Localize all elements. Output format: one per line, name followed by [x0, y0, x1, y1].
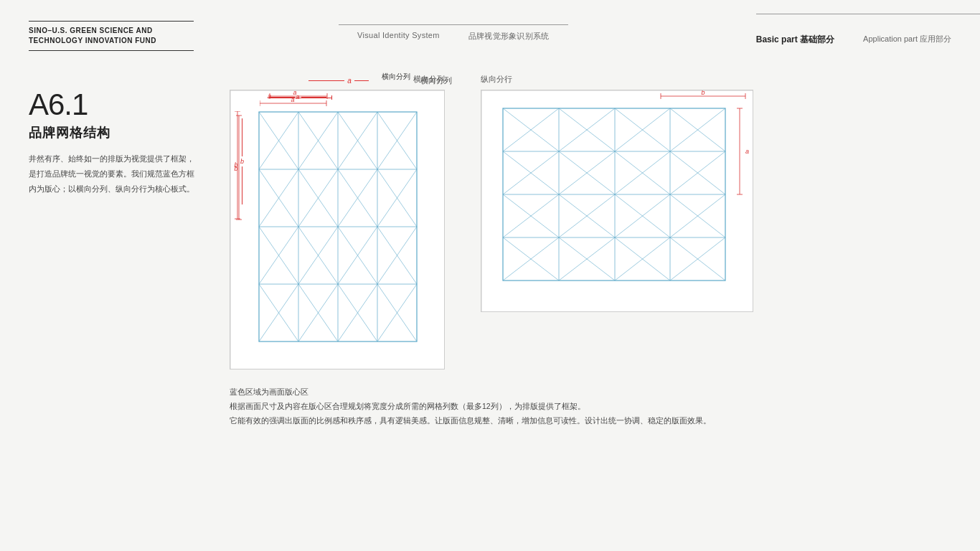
logo-line-top: [29, 21, 194, 22]
vis-label-en: Visual Identity System: [357, 31, 440, 42]
vis-label-cn: 品牌视觉形象识别系统: [468, 31, 550, 42]
svg-text:b: b: [234, 161, 237, 169]
diagram1-svg: a b: [230, 90, 445, 369]
a-label-top: a 横向分列: [267, 77, 410, 82]
page-description: 井然有序、始终如一的排版为视觉提供了框架，是打造品牌统一视觉的要素。我们规范蓝色…: [29, 151, 201, 197]
logo-text: SINO–U.S. GREEN SCIENCE AND TECHNOLOGY I…: [29, 26, 194, 46]
logo-section: SINO–U.S. GREEN SCIENCE AND TECHNOLOGY I…: [29, 21, 194, 51]
main-content: A6.1 品牌网格结构 井然有序、始终如一的排版为视觉提供了框架，是打造品牌统一…: [0, 75, 980, 551]
diagram1-wrapper: a 横向分列 横向分列 a b: [230, 90, 445, 372]
svg-text:a: a: [745, 148, 749, 155]
svg-text:a: a: [291, 98, 294, 103]
header-center-line: [339, 24, 568, 25]
logo-line-bottom: [29, 50, 194, 51]
footnote-1: 蓝色区域为画面版心区: [230, 385, 951, 400]
vert-label: 纵向分行: [481, 74, 512, 85]
header-center: Visual Identity System 品牌视觉形象识别系统: [194, 24, 713, 47]
svg-text:b: b: [701, 90, 705, 96]
footnotes: 蓝色区域为画面版心区 根据画面尺寸及内容在版心区合理规划将宽度分成所需的网格列数…: [29, 385, 951, 428]
content-row: A6.1 品牌网格结构 井然有序、始终如一的排版为视觉提供了框架，是打造品牌统一…: [29, 90, 951, 372]
nav-line: [756, 14, 980, 14]
header: SINO–U.S. GREEN SCIENCE AND TECHNOLOGY I…: [0, 0, 980, 72]
svg-rect-0: [230, 90, 445, 369]
header-center-labels: Visual Identity System 品牌视觉形象识别系统: [357, 31, 550, 42]
diagram2-svg: b a: [481, 90, 753, 312]
horiz-label: 横向分列: [413, 74, 445, 85]
left-panel: A6.1 品牌网格结构 井然有序、始终如一的排版为视觉提供了框架，是打造品牌统一…: [29, 90, 215, 372]
nav-application: Application part 应用部分: [863, 34, 951, 46]
page-title: 品牌网格结构: [29, 124, 215, 141]
footnote-2: 根据画面尺寸及内容在版心区合理规划将宽度分成所需的网格列数（最多12列），为排版…: [230, 400, 951, 414]
diagrams-area: a 横向分列 横向分列 a b: [215, 90, 951, 372]
nav-basic: Basic part 基础部分: [756, 34, 834, 46]
b-dim: b: [232, 111, 242, 223]
header-right: Basic part 基础部分 Application part 应用部分: [756, 27, 951, 46]
diagram2-wrapper: 纵向分行: [481, 90, 753, 372]
a-dim: a: [260, 98, 331, 111]
page-number: A6.1: [29, 90, 215, 120]
nav-items: Basic part 基础部分 Application part 应用部分: [756, 34, 951, 46]
footnote-3: 它能有效的强调出版面的比例感和秩序感，具有逻辑美感。让版面信息规整、清晰，增加信…: [230, 414, 951, 428]
